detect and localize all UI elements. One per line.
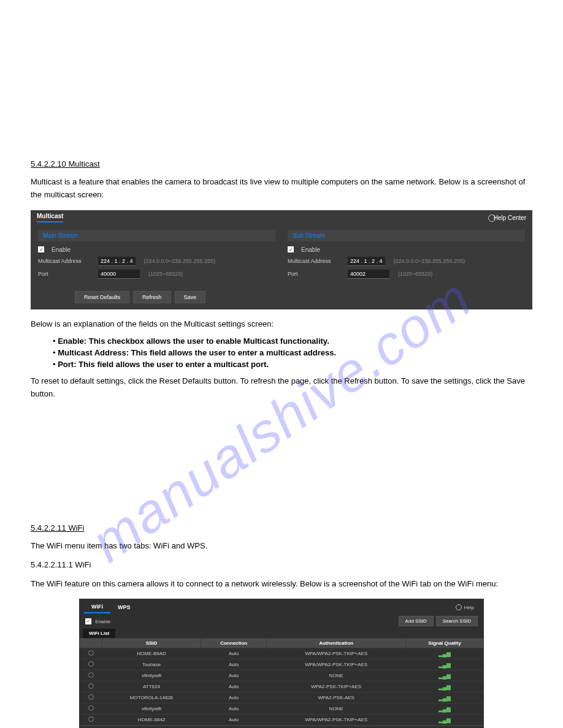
main-addr-input[interactable]: 224 . 1 . 2 . 4	[98, 257, 136, 266]
conn-cell: Auto	[201, 703, 267, 715]
help-link[interactable]: Help	[464, 605, 474, 610]
port-label: Port	[288, 271, 343, 277]
ssid-cell: ATT624	[102, 681, 201, 692]
radio-icon[interactable]	[88, 672, 94, 678]
wifi-sub: 5.4.2.2.11.1 WiFi	[31, 559, 532, 572]
main-port-input[interactable]: 40000	[98, 270, 140, 279]
auth-cell: NONE	[267, 703, 406, 715]
bullet: • Multicast Address: This field allows t…	[53, 348, 532, 357]
table-row[interactable]: xfinitywifiAutoNONE▂▄▆	[80, 703, 484, 715]
wifi-table: SSID Connection Authentication Signal Qu…	[79, 638, 484, 726]
desc-text: Below is an explanation of the fields on…	[31, 318, 532, 331]
auth-cell: WPA2-PSK-TKIP+AES	[267, 681, 406, 692]
sub-port-input[interactable]: 40002	[348, 270, 389, 279]
table-row[interactable]: MOTOROLA-14826AutoWPA2-PSK-AES▂▄▆	[80, 692, 484, 703]
wifi-panel: WiFi WPS Help ✓ Enable Add SSID Search S…	[79, 599, 484, 728]
signal-icon: ▂▄▆	[406, 659, 484, 670]
wifi-enable-checkbox[interactable]: ✓	[85, 618, 91, 624]
signal-icon: ▂▄▆	[406, 715, 484, 726]
signal-icon: ▂▄▆	[406, 670, 484, 681]
addr-hint: (224.0.0.0~239.255.255.255)	[144, 258, 215, 264]
ssid-cell: Toubase	[102, 659, 201, 670]
radio-icon[interactable]	[88, 694, 94, 700]
radio-icon[interactable]	[88, 705, 94, 711]
search-ssid-button[interactable]: Search SSID	[436, 616, 478, 626]
table-row[interactable]: ATT624AutoWPA2-PSK-TKIP+AES▂▄▆	[80, 681, 484, 692]
conn-cell: Auto	[201, 681, 267, 692]
auth-cell: WPA/WPA2-PSK-TKIP+AES	[267, 715, 406, 726]
wifi-info: WiFi Network Information Current Network…	[79, 726, 484, 728]
table-row[interactable]: HOME-B9ADAutoWPA/WPA2-PSK-TKIP+AES▂▄▆	[80, 648, 484, 659]
main-enable-checkbox[interactable]: ✓	[38, 246, 44, 252]
gear-icon[interactable]	[456, 604, 462, 610]
signal-icon: ▂▄▆	[406, 648, 484, 659]
wifi-desc: The WiFi feature on this camera allows i…	[31, 578, 532, 591]
conn-cell: Auto	[201, 659, 267, 670]
radio-icon[interactable]	[88, 683, 94, 689]
auth-cell: WPA/WPA2-PSK-TKIP+AES	[267, 659, 406, 670]
port-hint: (1025~65529)	[398, 271, 432, 277]
conn-cell: Auto	[201, 715, 267, 726]
footer-text: To reset to default settings, click the …	[31, 375, 532, 401]
heading-wifi: 5.4.2.2.11 WiFi	[31, 523, 532, 533]
addr-hint: (224.0.0.0~239.255.255.255)	[394, 258, 465, 264]
bullet: • Port: This field allows the user to en…	[53, 360, 532, 369]
sub-enable-checkbox[interactable]: ✓	[288, 246, 294, 252]
tab-wps[interactable]: WPS	[110, 602, 138, 613]
addr-label: Multicast Address	[288, 258, 343, 264]
signal-icon: ▂▄▆	[406, 692, 484, 703]
add-ssid-button[interactable]: Add SSID	[399, 616, 434, 626]
enable-label: Enable	[95, 618, 110, 624]
intro-text: Multicast is a feature that enables the …	[31, 176, 532, 202]
radio-icon[interactable]	[88, 716, 94, 722]
col-conn: Connection	[201, 639, 267, 648]
enable-label: Enable	[52, 246, 71, 253]
col-auth: Authentication	[267, 639, 406, 648]
sub-stream-label: Sub Stream	[288, 230, 525, 241]
conn-cell: Auto	[201, 692, 267, 703]
table-row[interactable]: xfinitywifiAutoNONE▂▄▆	[80, 670, 484, 681]
table-row[interactable]: HOME-8842AutoWPA/WPA2-PSK-TKIP+AES▂▄▆	[80, 715, 484, 726]
addr-label: Multicast Address	[38, 258, 93, 264]
ssid-cell: xfinitywifi	[102, 703, 201, 715]
sub-addr-input[interactable]: 224 . 1 . 2 . 4	[348, 257, 385, 266]
ssid-cell: xfinitywifi	[102, 670, 201, 681]
ssid-cell: HOME-B9AD	[102, 648, 201, 659]
conn-cell: Auto	[201, 670, 267, 681]
auth-cell: WPA2-PSK-AES	[267, 692, 406, 703]
col-sig: Signal Quality	[406, 639, 484, 648]
heading-multicast: 5.4.2.2.10 Multicast	[31, 159, 532, 169]
signal-icon: ▂▄▆	[406, 703, 484, 715]
port-hint: (1025~65529)	[148, 271, 183, 277]
main-stream-label: Main Stream	[38, 230, 275, 241]
radio-icon[interactable]	[88, 650, 94, 656]
col-radio	[80, 639, 102, 648]
auth-cell: NONE	[267, 670, 406, 681]
conn-cell: Auto	[201, 648, 267, 659]
col-ssid: SSID	[102, 639, 201, 648]
table-row[interactable]: ToubaseAutoWPA/WPA2-PSK-TKIP+AES▂▄▆	[80, 659, 484, 670]
save-button[interactable]: Save	[175, 291, 206, 303]
ssid-cell: MOTOROLA-14826	[102, 692, 201, 703]
ssid-cell: HOME-8842	[102, 715, 201, 726]
bullet: • Enable: This checkbox allows the user …	[53, 336, 532, 346]
refresh-button[interactable]: Refresh	[133, 291, 171, 303]
enable-label: Enable	[301, 246, 320, 253]
port-label: Port	[38, 271, 93, 277]
signal-icon: ▂▄▆	[406, 681, 484, 692]
reset-button[interactable]: Reset Defaults	[75, 291, 129, 303]
tab-wifi[interactable]: WiFi	[84, 601, 110, 613]
help-link[interactable]: Help Center	[494, 214, 526, 221]
radio-icon[interactable]	[88, 661, 94, 667]
auth-cell: WPA/WPA2-PSK-TKIP+AES	[267, 648, 406, 659]
panel-title: Multicast	[37, 213, 63, 222]
multicast-panel: Multicast Help Center Main Stream ✓Enabl…	[31, 210, 532, 309]
wifi-intro: The WiFi menu item has two tabs: WiFi an…	[31, 540, 532, 553]
wifi-list-tab: WiFi List	[83, 629, 115, 638]
